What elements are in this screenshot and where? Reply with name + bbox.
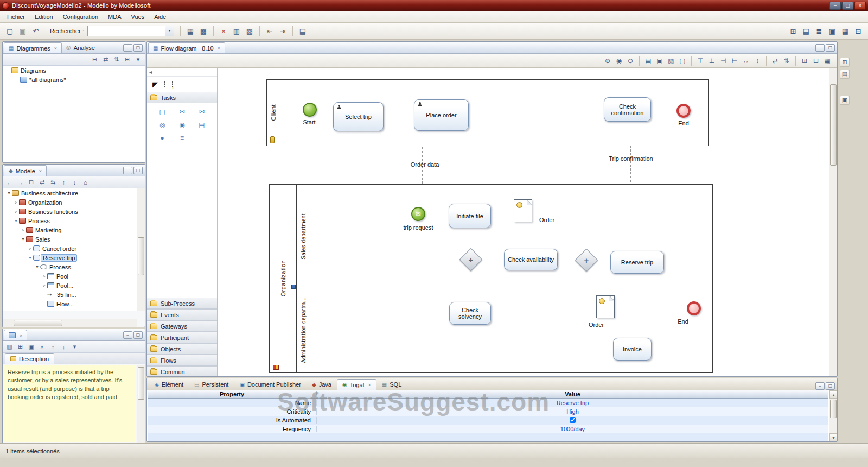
close-icon[interactable]: × (368, 382, 371, 388)
menu-fichier[interactable]: Fichier (2, 12, 30, 22)
align-bottom-icon[interactable]: ⊥ (706, 55, 717, 66)
tab-notes[interactable]: × (4, 330, 27, 340)
view-menu-icon[interactable]: ▾ (69, 342, 80, 352)
twisty-collapsed-icon[interactable]: ▹ (20, 228, 26, 232)
administration-lane-band[interactable]: Administration departm... (297, 288, 310, 372)
edit-note-icon[interactable]: ▣ (26, 342, 36, 352)
collapse-all-icon[interactable]: ⊟ (90, 55, 100, 65)
indent-icon[interactable]: ⇥ (277, 26, 289, 37)
create-diagram-icon[interactable]: ▦ (184, 26, 196, 37)
tree-item-sales[interactable]: ▾ Sales (3, 235, 145, 244)
settings-icon[interactable]: ⊟ (852, 26, 864, 37)
diagram-canvas[interactable]: Client Organization Sales department Adm… (218, 68, 829, 377)
maximize-panel-button[interactable]: ▢ (133, 44, 143, 52)
tab-sql[interactable]: ▦ SQL (376, 379, 407, 390)
minimize-panel-button[interactable]: – (123, 331, 132, 339)
report-icon[interactable]: ▤ (297, 26, 309, 37)
sales-lane-band[interactable]: Sales department (297, 185, 310, 288)
delete-note-icon[interactable]: × (37, 342, 47, 352)
minimize-panel-button[interactable]: – (815, 44, 825, 52)
palette-section-flows[interactable]: Flows (147, 355, 217, 366)
tab-modele[interactable]: ◆ Modèle × (4, 165, 47, 176)
console-icon[interactable]: ▣ (826, 26, 838, 37)
page-setup-icon[interactable]: ▢ (677, 55, 688, 66)
task-place-order[interactable]: Place order (414, 99, 469, 131)
open-diagram-icon[interactable]: ▩ (197, 26, 209, 37)
task-check-solvency[interactable]: Check solvency (449, 302, 491, 325)
scrollbar-thumb[interactable] (830, 400, 837, 418)
message-start-event[interactable]: ✉ (411, 207, 425, 221)
check-model-icon[interactable]: ▥ (231, 26, 242, 37)
layout-icon[interactable]: ▤ (800, 26, 812, 37)
move-down-icon[interactable]: ↓ (59, 342, 69, 352)
client-pool-band[interactable]: Client (267, 80, 280, 146)
receive-task-icon[interactable]: ✉ (196, 107, 207, 116)
view-menu-icon[interactable]: ▾ (133, 55, 143, 65)
menu-configuration[interactable]: Configuration (58, 12, 103, 22)
palette-collapse-icon[interactable]: ◂ (149, 69, 152, 75)
tab-analyse[interactable]: ◎ Analyse (62, 42, 99, 53)
end-event-organization[interactable] (687, 301, 701, 315)
sort-icon[interactable]: ⇅ (111, 55, 122, 65)
manual-task-icon[interactable]: ● (157, 133, 168, 142)
tree-item-pool1[interactable]: ▹ Pool (3, 272, 145, 281)
zoom-in-icon[interactable]: ⊕ (602, 55, 613, 66)
selection-tool-icon[interactable]: ◤ (152, 80, 158, 89)
tab-flow-diagram[interactable]: ▦ Flow diagram - 8.10 × (148, 42, 225, 53)
scrollbar-thumb[interactable] (14, 320, 62, 326)
snapshot-icon[interactable]: ▧ (666, 55, 676, 66)
property-value[interactable]: Reserve trip (317, 400, 828, 406)
new-file-icon[interactable]: ▢ (4, 26, 16, 37)
twisty-collapsed-icon[interactable]: ▹ (13, 200, 19, 205)
minimize-panel-button[interactable]: – (123, 167, 132, 174)
ungroup-icon[interactable]: ⊟ (810, 55, 821, 66)
center-horizontal-icon[interactable]: ↔ (741, 55, 751, 66)
palette-section-gateways[interactable]: Gateways (147, 320, 217, 332)
start-event[interactable] (303, 103, 317, 117)
maximize-button[interactable]: ▢ (842, 2, 853, 10)
menu-edition[interactable]: Edition (30, 12, 58, 22)
restore-editor-icon[interactable]: ⊞ (840, 58, 850, 67)
tree-item-process-child[interactable]: ▾ Process (3, 262, 145, 272)
twisty-expanded-icon[interactable]: ▾ (6, 191, 12, 195)
grid-icon[interactable]: ▦ (822, 55, 833, 66)
task-invoice[interactable]: Invoice (613, 338, 652, 361)
twisty-expanded-icon[interactable]: ▾ (13, 218, 19, 223)
outline-icon[interactable]: ▤ (840, 70, 850, 79)
message-task-icon[interactable]: ◉ (177, 120, 187, 129)
link-with-editor-icon[interactable]: ⇄ (100, 55, 111, 65)
same-height-icon[interactable]: ⇅ (781, 55, 792, 66)
close-button[interactable]: × (854, 2, 866, 10)
scrollbar-thumb[interactable] (830, 84, 837, 166)
end-event-client[interactable] (676, 104, 691, 118)
menu-mda[interactable]: MDA (103, 12, 126, 22)
tab-persistent[interactable]: ▤ Persistent (189, 379, 234, 390)
maximize-panel-button[interactable]: ▢ (826, 382, 835, 390)
tree-item-process[interactable]: ▾ Process (3, 216, 145, 225)
loop-task-icon[interactable]: ◎ (157, 120, 168, 129)
home-icon[interactable]: ⌂ (80, 178, 91, 187)
forward-icon[interactable]: → (15, 178, 25, 187)
swap-icon[interactable]: ⇆ (48, 178, 58, 187)
perspective-icon[interactable]: ≣ (813, 26, 825, 37)
menu-vues[interactable]: Vues (126, 12, 150, 22)
tree-item-reserve-trip[interactable]: ▾ Reserve trip (3, 253, 145, 262)
palette-section-participant[interactable]: Participant (147, 332, 217, 343)
tree-item-business-functions[interactable]: ▹ Business functions (3, 207, 145, 216)
property-row-criticality[interactable]: Criticality High (148, 407, 828, 416)
delete-icon[interactable]: × (218, 26, 229, 37)
tree-item-organization[interactable]: ▹ Organization (3, 198, 145, 207)
property-row-frequency[interactable]: Frequency 1000/day (148, 425, 828, 433)
order-document-2[interactable] (596, 295, 615, 318)
zoom-out-icon[interactable]: ⊖ (625, 55, 636, 66)
minimize-panel-button[interactable]: – (123, 44, 132, 52)
close-icon[interactable]: × (54, 46, 57, 51)
tree-item-flow-diagram[interactable]: Flow... (3, 299, 145, 308)
group-icon[interactable]: ⊞ (799, 55, 810, 66)
task-select-trip[interactable]: Select trip (333, 102, 384, 131)
twisty-expanded-icon[interactable]: ▾ (27, 255, 33, 260)
menu-aide[interactable]: Aide (149, 12, 171, 22)
description-subtab[interactable]: Description (5, 353, 54, 364)
task-reserve-trip[interactable]: Reserve trip (610, 251, 664, 274)
tab-java[interactable]: ◆ Java (307, 379, 337, 390)
